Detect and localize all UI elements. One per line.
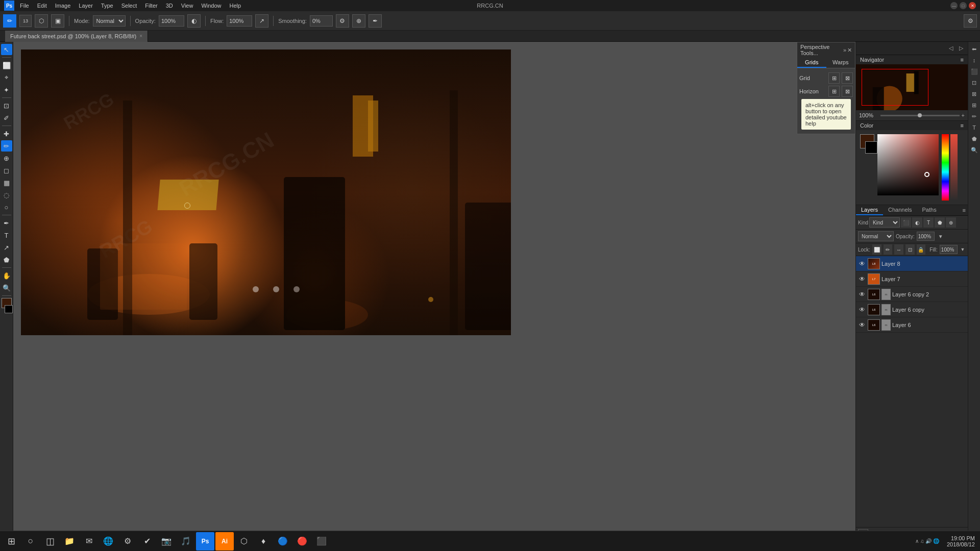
color-alpha-slider[interactable] [950, 134, 958, 201]
lock-artboard-btn[interactable]: ⊡ [905, 244, 915, 255]
taskbar-search-btn[interactable]: ○ [21, 532, 40, 550]
canvas-artwork[interactable]: RRCG RRCG.CN RRCG [21, 49, 511, 335]
background-color-swatch[interactable] [865, 141, 877, 154]
expand-panel-btn[interactable]: ▷ [957, 44, 966, 53]
right-icon-1[interactable]: ⬅ [969, 44, 979, 54]
layer-8-visibility[interactable]: 👁 [858, 260, 866, 268]
horizon-icon-2[interactable]: ⊠ [842, 86, 853, 97]
layer-6c-visibility[interactable]: 👁 [858, 306, 866, 314]
lock-paint-btn[interactable]: ✏ [884, 244, 893, 255]
lock-all-btn[interactable]: 🔒 [917, 244, 926, 255]
dodge-tool[interactable]: ○ [1, 202, 12, 213]
move-tool[interactable]: ↖ [1, 44, 12, 55]
navigator-menu[interactable]: ≡ [961, 57, 964, 63]
brush-tool[interactable]: ✏ [1, 140, 12, 152]
right-icon-8[interactable]: T [969, 122, 979, 133]
right-options-btn[interactable]: ⚙ [964, 14, 977, 28]
wand-tool[interactable]: ✦ [1, 84, 12, 95]
tab-close-button[interactable]: × [139, 33, 142, 39]
taskbar-check-btn[interactable]: ✔ [138, 532, 156, 550]
taskbar-settings-btn[interactable]: ⚙ [118, 532, 137, 550]
filter-shape-btn[interactable]: ⬟ [935, 217, 945, 228]
toggle-button[interactable]: ▣ [51, 14, 64, 28]
eyedropper-tool[interactable]: ✐ [1, 112, 12, 123]
background-color[interactable] [5, 305, 13, 313]
layers-tab-channels[interactable]: Channels [883, 205, 917, 215]
path-tool[interactable]: ↗ [1, 242, 12, 253]
canvas-area[interactable]: Perspective Tools... » ✕ Grids Warps Gri… [13, 42, 855, 540]
opacity-prop-input[interactable] [917, 232, 935, 241]
window-controls[interactable]: — □ ✕ [950, 2, 976, 9]
persp-expand-btn[interactable]: » [843, 47, 846, 54]
right-icon-6[interactable]: ⊞ [969, 100, 979, 110]
filter-type-btn[interactable]: T [923, 217, 934, 228]
taskbar-chrome-btn[interactable]: 🌐 [99, 532, 117, 550]
hand-tool[interactable]: ✋ [1, 270, 12, 281]
fill-arrow[interactable]: ▼ [960, 246, 966, 253]
taskbar-app2-btn[interactable]: ⬡ [235, 532, 253, 550]
taskbar-app4-btn[interactable]: 🔵 [274, 532, 292, 550]
grid-icon-2[interactable]: ⊠ [842, 72, 853, 84]
collapse-panel-btn[interactable]: ◁ [946, 44, 955, 53]
menu-3d[interactable]: 3D [162, 2, 177, 10]
document-tab[interactable]: Future back street.psd @ 100% (Layer 8, … [5, 31, 148, 42]
shape-tool[interactable]: ⬟ [1, 254, 12, 265]
lasso-tool[interactable]: ⌖ [1, 72, 12, 83]
flow-icon[interactable]: ↗ [255, 14, 268, 28]
kind-select[interactable]: Kind [869, 217, 900, 228]
lock-position-btn[interactable]: ↔ [894, 244, 903, 255]
opacity-icon[interactable]: ◐ [187, 14, 201, 28]
menu-window[interactable]: Window [198, 2, 225, 10]
taskbar-start-btn[interactable]: ⊞ [2, 532, 20, 550]
stylus-btn[interactable]: ✒ [369, 14, 382, 28]
mode-select[interactable]: Normal Multiply Screen [93, 15, 126, 27]
blur-tool[interactable]: ◌ [1, 189, 12, 201]
grid-icon-1[interactable]: ⊞ [828, 72, 840, 84]
menu-type[interactable]: Type [97, 2, 117, 10]
layer-item-6c[interactable]: 👁 L6 m Layer 6 copy [856, 302, 968, 317]
filter-smart-btn[interactable]: ⊕ [946, 217, 956, 228]
lock-transparent-btn[interactable]: ⬜ [872, 244, 881, 255]
right-icon-2[interactable]: ↕ [969, 55, 979, 65]
navigator-preview[interactable] [856, 64, 968, 110]
menu-view[interactable]: View [178, 2, 197, 10]
menu-file[interactable]: File [16, 2, 33, 10]
blend-mode-select[interactable]: Normal [858, 231, 894, 241]
menu-layer[interactable]: Layer [75, 2, 96, 10]
color-panel-menu[interactable]: ≡ [961, 122, 964, 129]
menu-filter[interactable]: Filter [141, 2, 161, 10]
gradient-tool[interactable]: ▦ [1, 177, 12, 188]
layer-6c2-visibility[interactable]: 👁 [858, 290, 866, 298]
layer-item-8[interactable]: 👁 L8 Layer 8 [856, 256, 968, 271]
opacity-input[interactable] [159, 15, 184, 27]
zoom-tool[interactable]: 🔍 [1, 282, 12, 293]
layer-item-7[interactable]: 👁 L7 Layer 7 [856, 271, 968, 287]
layers-panel-menu[interactable]: ≡ [942, 205, 968, 215]
taskbar-mail-btn[interactable]: ✉ [80, 532, 98, 550]
taskbar-app6-btn[interactable]: ⬛ [312, 532, 331, 550]
smoothing-settings[interactable]: ⚙ [336, 14, 349, 28]
menu-select[interactable]: Select [118, 2, 141, 10]
right-icon-5[interactable]: ⊠ [969, 89, 979, 99]
menu-edit[interactable]: Edit [34, 2, 51, 10]
brush-preset-button[interactable]: ⬡ [35, 14, 48, 28]
navigator-zoom-slider[interactable] [880, 115, 960, 116]
brush-tool-button[interactable]: ✏ [3, 14, 16, 28]
maximize-button[interactable]: □ [960, 2, 967, 9]
persp-tab-warps[interactable]: Warps [826, 58, 855, 68]
type-tool[interactable]: T [1, 230, 12, 241]
taskbar-explorer-btn[interactable]: 📁 [60, 532, 79, 550]
taskbar-app3-btn[interactable]: ♦ [254, 532, 273, 550]
right-icon-9[interactable]: ⬟ [969, 134, 979, 144]
taskbar-camera-btn[interactable]: 📷 [157, 532, 176, 550]
menu-help[interactable]: Help [226, 2, 245, 10]
minimize-button[interactable]: — [950, 2, 958, 9]
navigator-zoom-thumb[interactable] [918, 113, 922, 117]
layer-6-visibility[interactable]: 👁 [858, 321, 866, 329]
persp-tab-grids[interactable]: Grids [797, 58, 826, 68]
filter-pixel-btn[interactable]: ⬛ [901, 217, 911, 228]
close-button[interactable]: ✕ [969, 2, 976, 9]
pen-tool[interactable]: ✒ [1, 217, 12, 229]
flow-input[interactable] [227, 15, 252, 27]
right-icon-10[interactable]: 🔍 [969, 145, 979, 155]
